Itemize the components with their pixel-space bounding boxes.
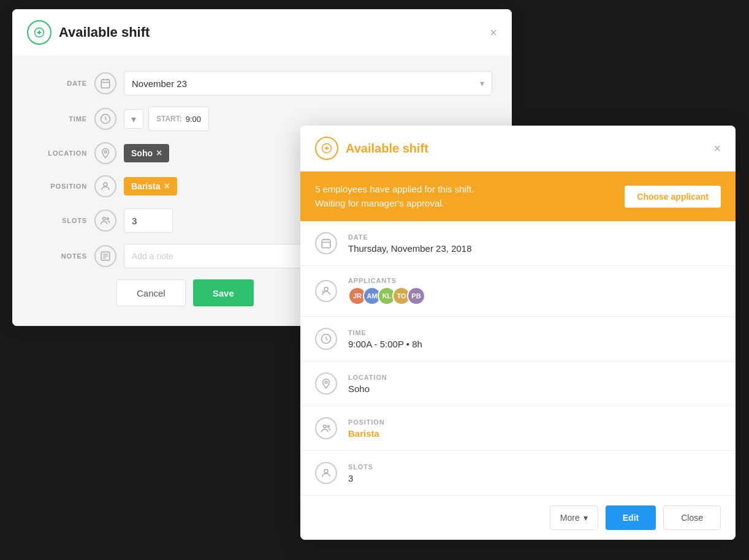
- location-tag-remove[interactable]: ×: [156, 148, 162, 159]
- location-label: LOCATION: [32, 149, 87, 157]
- date-input[interactable]: November 23 ▾: [124, 71, 492, 96]
- close-footer-button[interactable]: Close: [663, 505, 721, 530]
- alert-text: 5 employees have applied for this shift.…: [315, 183, 474, 210]
- date-dropdown-arrow: ▾: [480, 78, 484, 88]
- detail-time-label: TIME: [348, 329, 721, 336]
- detail-applicants-label: APPLICANTS: [348, 277, 721, 284]
- detail-slots-icon: [315, 462, 337, 484]
- time-label: TIME: [32, 115, 87, 123]
- detail-position-row: POSITION Barista: [300, 406, 736, 451]
- time-toggle-button[interactable]: ▾: [124, 109, 143, 129]
- detail-date-value: Thursday, November 23, 2018: [348, 243, 721, 254]
- detail-position-content: POSITION Barista: [348, 418, 721, 439]
- svg-point-13: [324, 425, 327, 428]
- svg-rect-9: [322, 240, 330, 248]
- detail-position-label: POSITION: [348, 418, 721, 426]
- modal-front-header: Available shift ×: [300, 126, 736, 172]
- detail-applicants-content: APPLICANTS JR AM KL TO PB: [348, 277, 721, 305]
- position-tag-value: Barista: [131, 181, 160, 191]
- modal-detail-view: Available shift × 5 employees have appli…: [300, 126, 736, 540]
- modal-back-close-button[interactable]: ×: [490, 26, 497, 40]
- svg-rect-1: [101, 80, 110, 88]
- detail-location-row: LOCATION Soho: [300, 361, 736, 406]
- position-icon: [94, 175, 116, 197]
- position-tag-remove[interactable]: ×: [164, 181, 169, 192]
- detail-date-row: DATE Thursday, November 23, 2018: [300, 221, 736, 266]
- detail-position-icon: [315, 417, 337, 439]
- svg-point-6: [107, 218, 108, 220]
- detail-time-icon: [315, 328, 337, 350]
- detail-location-content: LOCATION Soho: [348, 374, 721, 394]
- svg-point-12: [325, 381, 327, 384]
- svg-point-5: [103, 218, 106, 221]
- location-tag-value: Soho: [131, 148, 153, 158]
- detail-location-label: LOCATION: [348, 374, 721, 381]
- position-label: POSITION: [32, 183, 87, 190]
- detail-slots-value: 3: [348, 473, 721, 483]
- notes-label: NOTES: [32, 252, 87, 260]
- detail-location-icon: [315, 373, 337, 395]
- modal-front-title: Available shift: [346, 142, 428, 156]
- detail-date-label: DATE: [348, 233, 721, 241]
- location-tag[interactable]: Soho ×: [124, 144, 169, 162]
- alert-banner: 5 employees have applied for this shift.…: [300, 172, 736, 221]
- detail-applicants-icon: [315, 280, 337, 302]
- modal-front-close-button[interactable]: ×: [713, 142, 721, 156]
- save-button[interactable]: Save: [193, 279, 254, 306]
- start-value: 9:00: [186, 115, 201, 124]
- notes-placeholder: Add a note: [132, 251, 173, 261]
- position-tag[interactable]: Barista ×: [124, 177, 177, 195]
- start-time-field[interactable]: START: 9:00: [148, 107, 209, 131]
- svg-point-10: [324, 287, 328, 291]
- svg-point-14: [327, 426, 329, 428]
- choose-applicant-button[interactable]: Choose applicant: [625, 186, 721, 208]
- logo-icon-orange: [315, 137, 338, 160]
- notes-icon: [94, 245, 116, 267]
- location-icon: [94, 142, 116, 164]
- alert-line2: Waiting for manager's approval.: [315, 197, 474, 211]
- modal-back-title: Available shift: [59, 25, 150, 40]
- modal-front-footer: More ▾ Edit Close: [300, 496, 736, 540]
- logo-icon-green: [27, 20, 51, 45]
- date-row: DATE November 23 ▾: [32, 71, 492, 96]
- detail-time-value: 9:00A - 5:00P • 8h: [348, 339, 721, 349]
- date-label: DATE: [32, 80, 87, 87]
- detail-time-content: TIME 9:00A - 5:00P • 8h: [348, 329, 721, 349]
- modal-front-title-group: Available shift: [315, 137, 428, 160]
- slots-icon: [94, 210, 116, 232]
- detail-date-content: DATE Thursday, November 23, 2018: [348, 233, 721, 254]
- detail-slots-row: SLOTS 3: [300, 451, 736, 496]
- time-icon: [94, 108, 116, 130]
- alert-line1: 5 employees have applied for this shift.: [315, 183, 474, 197]
- time-toggle-arrow: ▾: [131, 113, 136, 125]
- detail-slots-label: SLOTS: [348, 463, 721, 471]
- detail-position-value: Barista: [348, 428, 721, 439]
- svg-point-4: [104, 183, 107, 186]
- detail-slots-content: SLOTS 3: [348, 463, 721, 483]
- detail-location-value: Soho: [348, 384, 721, 394]
- detail-time-row: TIME 9:00A - 5:00P • 8h: [300, 317, 736, 361]
- slots-input[interactable]: 3: [124, 208, 173, 233]
- start-label: START:: [156, 115, 182, 123]
- detail-applicants-row: APPLICANTS JR AM KL TO PB: [300, 266, 736, 317]
- slots-label: SLOTS: [32, 217, 87, 224]
- more-label: More: [560, 513, 580, 523]
- edit-button[interactable]: Edit: [606, 505, 656, 530]
- more-arrow-icon: ▾: [584, 513, 588, 523]
- date-value: November 23: [132, 78, 187, 89]
- slots-value: 3: [132, 216, 137, 226]
- svg-point-3: [104, 151, 107, 153]
- modal-back-title-group: Available shift: [27, 20, 150, 45]
- avatar-5: PB: [407, 287, 425, 305]
- more-button[interactable]: More ▾: [550, 505, 598, 530]
- modal-back-header: Available shift ×: [12, 9, 512, 56]
- applicant-avatars: JR AM KL TO PB: [348, 287, 721, 305]
- date-icon: [94, 72, 116, 94]
- detail-date-icon: [315, 232, 337, 254]
- svg-point-15: [324, 469, 328, 473]
- cancel-button[interactable]: Cancel: [116, 279, 186, 306]
